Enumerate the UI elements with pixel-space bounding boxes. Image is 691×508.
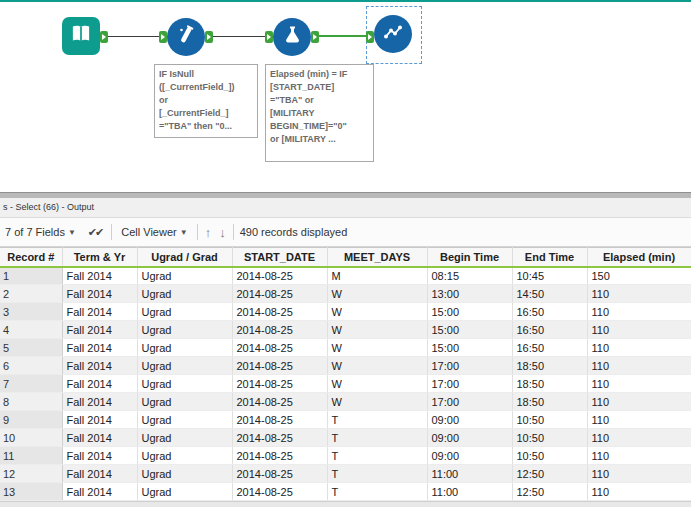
arrow-down-icon[interactable]: ↓	[218, 225, 227, 240]
table-cell[interactable]: Ugrad	[137, 447, 232, 465]
output-anchor[interactable]	[100, 31, 108, 43]
table-row[interactable]: 6Fall 2014Ugrad2014-08-25W17:0018:50110	[0, 357, 691, 375]
table-cell[interactable]: Ugrad	[137, 429, 232, 447]
table-cell[interactable]: 17:00	[427, 357, 512, 375]
table-cell[interactable]: Ugrad	[137, 465, 232, 483]
table-cell[interactable]: W	[327, 339, 427, 357]
row-number-cell[interactable]: 13	[0, 483, 62, 501]
output-anchor[interactable]	[205, 31, 213, 43]
table-cell[interactable]: 2014-08-25	[232, 321, 327, 339]
column-header[interactable]: End Time	[512, 248, 587, 267]
table-cell[interactable]: 2014-08-25	[232, 393, 327, 411]
connection-wire[interactable]	[108, 36, 159, 37]
table-cell[interactable]: W	[327, 393, 427, 411]
table-cell[interactable]: Fall 2014	[62, 483, 137, 501]
column-header[interactable]: START_DATE	[232, 248, 327, 267]
connection-wire[interactable]	[213, 36, 265, 37]
table-cell[interactable]: 110	[587, 429, 691, 447]
column-header[interactable]: Record #	[0, 248, 62, 267]
table-cell[interactable]: 110	[587, 321, 691, 339]
row-number-cell[interactable]: 4	[0, 321, 62, 339]
table-cell[interactable]: W	[327, 321, 427, 339]
horizontal-scrollbar[interactable]	[0, 501, 691, 507]
output-anchor[interactable]	[311, 31, 319, 43]
table-cell[interactable]: 2014-08-25	[232, 465, 327, 483]
tool-input-data[interactable]	[62, 17, 100, 55]
table-cell[interactable]: Ugrad	[137, 411, 232, 429]
table-cell[interactable]: W	[327, 303, 427, 321]
table-cell[interactable]: 16:50	[512, 303, 587, 321]
table-cell[interactable]: Fall 2014	[62, 303, 137, 321]
table-cell[interactable]: 2014-08-25	[232, 411, 327, 429]
column-header[interactable]: Ugrad / Grad	[137, 248, 232, 267]
table-cell[interactable]: 18:50	[512, 393, 587, 411]
row-number-cell[interactable]: 1	[0, 267, 62, 285]
table-cell[interactable]: 110	[587, 375, 691, 393]
table-cell[interactable]: Ugrad	[137, 357, 232, 375]
workflow-canvas[interactable]: IF IsNull ([_CurrentField_]) or [_Curren…	[0, 0, 691, 192]
table-cell[interactable]: 17:00	[427, 375, 512, 393]
table-cell[interactable]: 110	[587, 411, 691, 429]
table-cell[interactable]: Fall 2014	[62, 465, 137, 483]
table-cell[interactable]: 11:00	[427, 483, 512, 501]
table-cell[interactable]: Fall 2014	[62, 357, 137, 375]
table-cell[interactable]: M	[327, 267, 427, 285]
table-cell[interactable]: Ugrad	[137, 321, 232, 339]
column-header[interactable]: MEET_DAYS	[327, 248, 427, 267]
table-row[interactable]: 4Fall 2014Ugrad2014-08-25W15:0016:50110	[0, 321, 691, 339]
table-cell[interactable]: 13:00	[427, 285, 512, 303]
row-number-cell[interactable]: 6	[0, 357, 62, 375]
table-row[interactable]: 5Fall 2014Ugrad2014-08-25W15:0016:50110	[0, 339, 691, 357]
apply-double-checkmark-icon[interactable]: ✔✔	[85, 226, 105, 239]
table-cell[interactable]: 09:00	[427, 447, 512, 465]
table-cell[interactable]: Fall 2014	[62, 267, 137, 285]
table-cell[interactable]: 110	[587, 447, 691, 465]
table-cell[interactable]: 2014-08-25	[232, 483, 327, 501]
table-cell[interactable]: T	[327, 447, 427, 465]
table-row[interactable]: 2Fall 2014Ugrad2014-08-25W13:0014:50110	[0, 285, 691, 303]
table-cell[interactable]: 110	[587, 303, 691, 321]
table-row[interactable]: 10Fall 2014Ugrad2014-08-25T09:0010:50110	[0, 429, 691, 447]
table-cell[interactable]: W	[327, 375, 427, 393]
table-cell[interactable]: W	[327, 357, 427, 375]
input-anchor[interactable]	[366, 31, 374, 43]
row-number-cell[interactable]: 9	[0, 411, 62, 429]
table-cell[interactable]: Fall 2014	[62, 375, 137, 393]
table-cell[interactable]: 2014-08-25	[232, 285, 327, 303]
table-cell[interactable]: 2014-08-25	[232, 447, 327, 465]
tool-formula[interactable]	[167, 18, 205, 56]
table-cell[interactable]: 2014-08-25	[232, 357, 327, 375]
table-cell[interactable]: 110	[587, 285, 691, 303]
table-cell[interactable]: 17:00	[427, 393, 512, 411]
row-number-cell[interactable]: 3	[0, 303, 62, 321]
table-cell[interactable]: 12:50	[512, 465, 587, 483]
table-cell[interactable]: 14:50	[512, 285, 587, 303]
row-number-cell[interactable]: 12	[0, 465, 62, 483]
fields-dropdown[interactable]: 7 of 7 Fields ▼	[2, 224, 79, 240]
table-cell[interactable]: 10:45	[512, 267, 587, 285]
column-header[interactable]: Elapsed (min)	[587, 248, 691, 267]
table-cell[interactable]: Ugrad	[137, 393, 232, 411]
row-number-cell[interactable]: 2	[0, 285, 62, 303]
column-header[interactable]: Term & Yr	[62, 248, 137, 267]
table-cell[interactable]: Ugrad	[137, 375, 232, 393]
annotation-box[interactable]: IF IsNull ([_CurrentField_]) or [_Curren…	[154, 64, 258, 138]
row-number-cell[interactable]: 5	[0, 339, 62, 357]
table-cell[interactable]: 16:50	[512, 321, 587, 339]
table-cell[interactable]: T	[327, 483, 427, 501]
table-cell[interactable]: T	[327, 465, 427, 483]
table-cell[interactable]: Ugrad	[137, 285, 232, 303]
table-cell[interactable]: Fall 2014	[62, 447, 137, 465]
table-row[interactable]: 12Fall 2014Ugrad2014-08-25T11:0012:50110	[0, 465, 691, 483]
table-cell[interactable]: 2014-08-25	[232, 267, 327, 285]
table-cell[interactable]: Ugrad	[137, 339, 232, 357]
table-cell[interactable]: 15:00	[427, 303, 512, 321]
table-row[interactable]: 8Fall 2014Ugrad2014-08-25W17:0018:50110	[0, 393, 691, 411]
row-number-cell[interactable]: 7	[0, 375, 62, 393]
table-cell[interactable]: 10:50	[512, 411, 587, 429]
table-cell[interactable]: 150	[587, 267, 691, 285]
connection-wire-selected[interactable]	[319, 35, 366, 37]
input-anchor[interactable]	[265, 31, 273, 43]
tool-chart-output[interactable]	[374, 15, 412, 53]
table-cell[interactable]: 2014-08-25	[232, 375, 327, 393]
